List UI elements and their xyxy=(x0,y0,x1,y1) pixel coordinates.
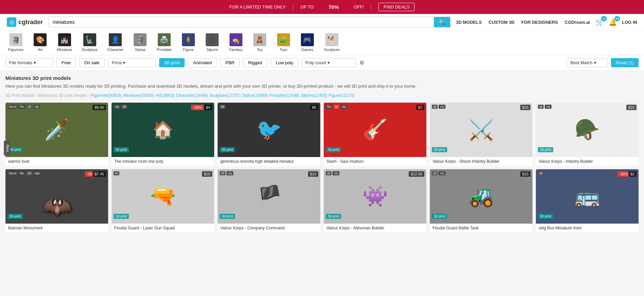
breadcrumb-figure[interactable]: Figure(12170) xyxy=(329,93,354,98)
cat-games[interactable]: 🎮 Games xyxy=(295,31,319,55)
breadcrumb-art[interactable]: Art(18903) xyxy=(155,93,175,98)
model-card-3[interactable]: 🎸 fbx stl obj $7 3d print Slash - Saul H… xyxy=(324,103,426,166)
breadcrumb-item-1: Miniatures 3D print models xyxy=(38,93,87,98)
card-7-info: Feudal Guard - Laser Gun Squad xyxy=(112,224,214,232)
filter-bar: File formats ▾ Free On sale Price ▾ 3D p… xyxy=(0,55,644,70)
sort-label: Best Match xyxy=(571,60,593,65)
model-card-9[interactable]: 👾 stl obj $12.50 3d print Valour Korps -… xyxy=(324,169,426,232)
pbr-filter[interactable]: PBR xyxy=(220,58,240,67)
price-label: Price xyxy=(112,60,122,65)
file-formats-select[interactable]: File formats ▾ xyxy=(5,58,53,67)
nav-3d-models[interactable]: 3D MODELS xyxy=(456,20,482,25)
nav-for-designers[interactable]: FOR DESIGNERS xyxy=(521,20,558,25)
model-card-2[interactable]: 🐦 stl $6 3d print gerenticus eremita hig… xyxy=(218,103,320,166)
poly-count-label: Poly count xyxy=(305,60,326,65)
model-card-0[interactable]: 🗡️ blend fbx stl obj $9.90 3d print warr… xyxy=(5,103,108,166)
card-5-info: Valour Korps - Infantry Builder xyxy=(536,157,639,166)
breadcrumb-statue[interactable]: Statue(15999) xyxy=(242,93,268,98)
reset-button[interactable]: Reset (1) xyxy=(611,58,639,67)
sliders-icon[interactable]: ⚙ xyxy=(359,59,364,66)
card-10-info: Feudal Guard Battle Tank xyxy=(430,224,532,232)
tag-obj-5: obj xyxy=(545,105,552,109)
tag-stl-2: stl xyxy=(220,105,225,109)
cat-toy[interactable]: 🧸 Toy xyxy=(248,31,272,55)
model-card-11[interactable]: 🚌 stl -50% $2 3d print velg Bus Miniatur… xyxy=(536,169,639,232)
free-filter[interactable]: Free xyxy=(56,58,76,67)
breadcrumb-3dprint[interactable]: 3dprint(12455) xyxy=(301,93,327,98)
cat-games-label: Games xyxy=(301,48,313,52)
card-11-price: $2 xyxy=(628,171,637,177)
tag-blend-6: blend xyxy=(7,171,18,175)
3d-print-filter[interactable]: 3D print xyxy=(159,58,185,67)
model-card-7[interactable]: 🔫 stl $10 3d print Feudal Guard - Laser … xyxy=(112,169,214,232)
card-3-tags: fbx stl obj xyxy=(326,105,347,109)
cat-sculpture[interactable]: 🗽 Sculpture xyxy=(77,31,102,55)
bell-icon[interactable]: 🔔 20 xyxy=(609,18,617,26)
logo[interactable]: ◇ cgtrader xyxy=(7,17,43,27)
cat-figure-label: Figure xyxy=(183,48,193,52)
poly-count-select[interactable]: Poly count ▾ xyxy=(302,58,356,67)
breadcrumb-printable[interactable]: Printable(12498) xyxy=(269,93,300,98)
breadcrumb-miniature[interactable]: Miniature(20049) xyxy=(123,93,154,98)
tag-obj-8: obj xyxy=(226,171,233,175)
login-button[interactable]: LOG IN xyxy=(622,20,637,25)
price-select[interactable]: Price ▾ xyxy=(108,58,156,67)
card-6-print: 3d print xyxy=(7,214,23,219)
animated-filter[interactable]: Animated xyxy=(188,58,217,67)
cat-printable[interactable]: 🖨️ Printable xyxy=(152,31,176,55)
card-5-price: $15 xyxy=(626,105,637,110)
breadcrumb-figurines[interactable]: Figurines(50833) xyxy=(91,93,122,98)
tag-obj-3: obj xyxy=(340,105,347,109)
card-5-print: 3d print xyxy=(538,147,553,152)
on-sale-filter[interactable]: On sale xyxy=(79,58,105,67)
tag-obj: obj xyxy=(33,105,40,109)
cat-figure[interactable]: 🧍 Figure xyxy=(176,31,200,55)
model-card-5[interactable]: 🪖 stl obj $15 3d print Valour Korps - In… xyxy=(536,103,639,166)
cat-toy-label: Toy xyxy=(257,48,262,52)
card-11-info: velg Bus Miniature front xyxy=(536,224,639,232)
card-6-tags: blend fbx stl dae xyxy=(7,171,41,175)
card-7-title: Feudal Guard - Laser Gun Squad xyxy=(114,226,211,230)
sort-arrow: ▾ xyxy=(594,60,596,65)
cat-figurines[interactable]: 🗿 Figurines xyxy=(3,31,28,55)
cat-miniature-label: Miniature xyxy=(57,48,72,52)
breadcrumb-sculpture[interactable]: Sculpture(17237) xyxy=(209,93,241,98)
card-2-tags: stl xyxy=(220,105,225,109)
cat-sculpture2[interactable]: 🐕 Sculpture xyxy=(319,31,344,55)
help-tab[interactable]: Help xyxy=(4,141,11,155)
card-8-price: $10 xyxy=(308,171,318,177)
model-card-8[interactable]: 🏴 stl obj $10 3d print Valour Korps - Co… xyxy=(218,169,320,232)
rigged-filter[interactable]: Rigged xyxy=(243,58,267,67)
cart-icon[interactable]: 🛒 0 xyxy=(595,18,604,26)
tag-obj-9: obj xyxy=(333,171,339,175)
find-deals-button[interactable]: FIND DEALS xyxy=(378,3,415,11)
search-input[interactable] xyxy=(49,17,434,27)
page-description: Here you can find Miniatures 3D models r… xyxy=(5,83,639,90)
cat-miniature[interactable]: 🏰 Miniature xyxy=(52,31,77,55)
nav-custom-3d[interactable]: CUSTOM 3D xyxy=(489,20,514,25)
sort-select[interactable]: Best Match ▾ xyxy=(567,58,608,67)
low-poly-filter[interactable]: Low poly xyxy=(271,58,298,67)
model-card-10[interactable]: 🚜 stl obj $15 3d print Feudal Guard Batt… xyxy=(430,169,532,232)
card-4-info: Valour Korps - Shock Infantry Builder xyxy=(430,157,532,166)
cat-art[interactable]: 🎨 Art xyxy=(28,31,52,55)
tag-stl-10: stl xyxy=(432,171,438,175)
card-7-print: 3d print xyxy=(114,214,129,219)
banner-discount: 70% xyxy=(328,4,339,10)
model-card-1[interactable]: 🏠 obj stl -50% $4 3d print The miniatur … xyxy=(112,103,214,166)
card-9-tags: stl obj xyxy=(326,171,339,175)
cat-3dprint[interactable]: ⬡ 3dprint xyxy=(200,31,224,55)
cat-toys[interactable]: 🧩 Toys xyxy=(272,31,295,55)
tag-blend: blend xyxy=(7,105,18,109)
cat-fantasy[interactable]: 🧙 Fantasy xyxy=(224,31,248,55)
card-6-title: Batman Monument xyxy=(8,226,105,230)
model-card-6[interactable]: 🦇 blend fbx stl dae -50% $7.45 3d print … xyxy=(5,169,108,232)
search-button[interactable]: 🔍 xyxy=(434,17,450,27)
breadcrumb-character[interactable]: Character(18446) xyxy=(176,93,208,98)
tag-fbx: fbx xyxy=(19,105,26,109)
cat-statue[interactable]: 🗿 Statue xyxy=(128,31,152,55)
model-card-4[interactable]: ⚔️ stl obj $15 3d print Valour Korps - S… xyxy=(430,103,532,166)
nav-cgdream[interactable]: CGDream.ai xyxy=(565,20,590,25)
cat-character[interactable]: 👤 Character xyxy=(102,31,128,55)
card-8-print: 3d print xyxy=(220,214,235,219)
